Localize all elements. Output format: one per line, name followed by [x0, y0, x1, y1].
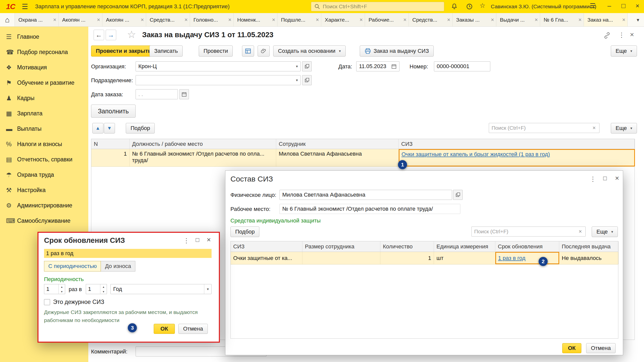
sidebar-item-training[interactable]: ⚑Обучение и развитие	[0, 75, 88, 90]
post-and-close-button[interactable]: Провести и закрыть	[91, 46, 156, 57]
form-menu-kebab-icon[interactable]: ⋮	[618, 31, 625, 39]
siz-cancel-button[interactable]: Отмена	[586, 343, 616, 353]
column-header-qty[interactable]: Количество	[380, 241, 434, 252]
spin-down-icon[interactable]: ▾	[100, 289, 107, 294]
table-search-input[interactable]: Поиск (Ctrl+F) ×	[489, 123, 599, 133]
siz-window-maximize-icon[interactable]: □	[601, 175, 609, 182]
attachments-button[interactable]	[258, 46, 270, 57]
sidebar-item-payments[interactable]: ▬Выплаты	[0, 121, 88, 137]
chevron-down-icon[interactable]: ▾	[204, 284, 209, 294]
form-close-icon[interactable]: ×	[630, 31, 634, 39]
column-header-size[interactable]: Размер сотрудника	[302, 241, 380, 252]
siz-window-menu-kebab-icon[interactable]: ⋮	[590, 175, 596, 183]
tab-close-icon[interactable]: ×	[141, 17, 144, 23]
tab-rabochie[interactable]: Рабочие...×	[365, 13, 409, 26]
table-row[interactable]: 1 № 6 Главный экономист /Отдел расчетов …	[91, 149, 634, 167]
column-header-siz[interactable]: СИЗ	[399, 139, 635, 149]
sidebar-item-motivation[interactable]: ❖Мотивация	[0, 60, 88, 75]
close-window-icon[interactable]: ×	[633, 2, 642, 10]
tab-vydachi[interactable]: Выдачи ...×	[496, 13, 540, 26]
sidebar-item-main[interactable]: ☰Главное	[0, 29, 88, 44]
siz-link[interactable]: Очки защитные от капель и брызг жидкосте…	[401, 151, 550, 157]
clear-search-icon[interactable]: ×	[591, 125, 597, 131]
siz-table-row[interactable]: Очки защитные от ка... 1 шт 1 раз в год …	[231, 252, 618, 264]
pick-button[interactable]: Подбор	[126, 123, 155, 133]
sidebar-item-recruiting[interactable]: ☎Подбор персонала	[0, 44, 88, 60]
until-worn-toggle[interactable]: До износа	[101, 261, 135, 272]
create-based-on-button[interactable]: Создать на основании▾	[273, 46, 346, 57]
history-icon[interactable]	[465, 3, 473, 11]
spin-up-icon[interactable]: ▴	[59, 284, 65, 289]
global-search-input[interactable]: Поиск Ctrl+Shift+F	[311, 2, 444, 11]
column-header-employee[interactable]: Сотрудник	[276, 139, 399, 149]
workplace-field[interactable]: № 6 Главный экономист /Отдел расчетов по…	[279, 204, 460, 214]
organization-open-button[interactable]	[302, 61, 312, 71]
order-date-calendar-button[interactable]	[179, 89, 189, 99]
tab-close-icon[interactable]: ×	[403, 17, 407, 23]
column-header-position[interactable]: Должность / рабочее место	[130, 139, 276, 149]
tab-ohrana[interactable]: Охрана ...×	[15, 13, 59, 26]
organization-field[interactable]: Крон-Ц ▾	[136, 61, 301, 71]
column-header-last-issue[interactable]: Последняя выдача	[559, 241, 619, 252]
save-button[interactable]: Записать	[149, 46, 183, 57]
tab-close-icon[interactable]: ×	[53, 17, 56, 23]
interval-spinner[interactable]: 1 ▴▾	[86, 284, 107, 294]
tab-zakaz-na-vydachu[interactable]: Заказ на...×	[584, 13, 628, 26]
column-header-siz[interactable]: СИЗ	[231, 241, 302, 252]
tab-harakteristiki[interactable]: Характе...×	[321, 13, 365, 26]
table-more-button[interactable]: Еще▾	[611, 123, 637, 133]
sidebar-item-self-service[interactable]: ⌨Самообслуживание	[0, 213, 88, 229]
tab-golovnoy[interactable]: Головно...×	[190, 13, 234, 26]
document-register-button[interactable]	[242, 46, 254, 57]
move-up-button[interactable]: ▲	[92, 123, 103, 133]
period-dialog-close-icon[interactable]: ×	[205, 236, 213, 244]
tab-close-icon[interactable]: ×	[228, 17, 231, 23]
notifications-bell-icon[interactable]	[450, 3, 458, 11]
period-cancel-button[interactable]: Отмена	[178, 324, 208, 334]
current-user[interactable]: Савинская З.Ю. (Системный программист)	[491, 4, 596, 10]
main-menu-icon[interactable]: ☰	[22, 3, 28, 11]
tab-close-icon[interactable]: ×	[578, 17, 582, 23]
tab-sredstva-1[interactable]: Средств...×	[146, 13, 190, 26]
service-menu-icon[interactable]: ☰	[588, 2, 597, 10]
person-field[interactable]: Милова Светлана Афанасьевна	[279, 190, 452, 200]
period-dialog-maximize-icon[interactable]: □	[193, 236, 202, 243]
column-header-n[interactable]: N	[91, 139, 130, 149]
sidebar-item-payroll[interactable]: ▦Зарплата	[0, 106, 88, 121]
tab-close-icon[interactable]: ×	[447, 17, 450, 23]
column-header-unit[interactable]: Единица измерения	[434, 241, 495, 252]
department-open-button[interactable]	[302, 75, 312, 85]
calendar-icon[interactable]	[391, 64, 397, 69]
cell-renewal[interactable]: 1 раз в год	[495, 252, 559, 264]
tab-n6-glavnyy[interactable]: № 6 Гла...×	[540, 13, 584, 26]
clear-search-icon[interactable]: ×	[578, 228, 583, 235]
spin-down-icon[interactable]: ▾	[59, 289, 65, 294]
spin-up-icon[interactable]: ▴	[100, 284, 107, 289]
siz-ok-button[interactable]: ОК	[562, 343, 581, 353]
siz-window-close-icon[interactable]: ×	[613, 174, 621, 182]
tab-close-icon[interactable]: ×	[359, 17, 363, 23]
times-spinner[interactable]: 1 ▴▾	[44, 284, 65, 294]
period-ok-button[interactable]: ОК	[154, 324, 175, 334]
period-value-field[interactable]: 1 раз в год	[44, 249, 212, 258]
forward-button[interactable]: →	[106, 30, 116, 40]
tab-close-icon[interactable]: ×	[184, 17, 188, 23]
with-periodicity-toggle[interactable]: С периодичностью	[44, 261, 101, 272]
maximize-window-icon[interactable]: □	[619, 2, 628, 10]
chevron-down-icon[interactable]: ▾	[296, 78, 298, 82]
period-dialog-menu-kebab-icon[interactable]: ⋮	[183, 237, 190, 245]
move-down-button[interactable]: ▼	[104, 123, 115, 133]
siz-section-link[interactable]: Средства индивидуальной защиты	[230, 217, 321, 224]
order-date-field[interactable]: . .	[136, 89, 178, 99]
favorite-star-icon[interactable]: ☆	[127, 29, 136, 40]
sidebar-item-labor-safety[interactable]: ☂Охрана труда	[0, 167, 88, 183]
number-field[interactable]: 0000-000001	[434, 61, 490, 71]
minimize-window-icon[interactable]: –	[605, 2, 614, 10]
tab-close-icon[interactable]: ×	[491, 17, 494, 23]
print-order-button[interactable]: Заказ на выдачу СИЗ	[360, 46, 434, 57]
tab-close-icon[interactable]: ×	[272, 17, 275, 23]
tab-close-icon[interactable]: ×	[622, 17, 625, 23]
tab-nomenklatura[interactable]: Номенк...×	[234, 13, 277, 26]
tab-akopyan-1[interactable]: Акопян ...×	[59, 13, 102, 26]
tab-list-dropdown-icon[interactable]: ▾	[632, 13, 644, 26]
